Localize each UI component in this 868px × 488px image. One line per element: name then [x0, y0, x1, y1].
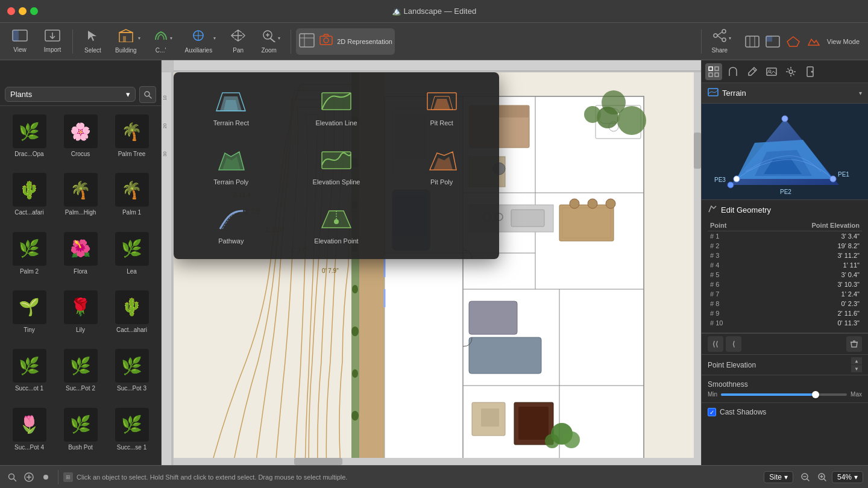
geometry-table-row[interactable]: # 10 0' 11.3"	[708, 318, 862, 328]
plant-item-tiny[interactable]: 🌱 Tiny	[5, 287, 54, 343]
canvas-area[interactable]: 10 20 30	[162, 60, 701, 465]
toolbar-building[interactable]: Building ▾	[110, 27, 145, 56]
geometry-table-row[interactable]: # 2 19' 8.2"	[708, 241, 862, 251]
geometry-table-row[interactable]: # 4 1' 11"	[708, 260, 862, 270]
terrain-dropdown-arrow[interactable]: ▾	[859, 90, 862, 96]
geometry-table-row[interactable]: # 5 3' 0.4"	[708, 270, 862, 280]
right-properties-btn[interactable]	[705, 63, 722, 80]
terrain-rect-tool[interactable]: Terrain Rect	[183, 82, 279, 131]
smoothness-slider[interactable]	[721, 393, 847, 396]
plant-item-crocus[interactable]: 🌸 Crocus	[56, 111, 105, 167]
pathway-tool[interactable]: Pathway	[183, 200, 279, 249]
point-elevation-value: 3' 3.4"	[752, 231, 862, 242]
minimize-button[interactable]	[19, 7, 27, 15]
right-sun-btn[interactable]	[782, 63, 799, 80]
geometry-table-row[interactable]: # 1 3' 3.4"	[708, 231, 862, 242]
scrollbar-thumb-v[interactable]	[694, 133, 701, 169]
fullscreen-button[interactable]	[30, 7, 38, 15]
pit-poly-tool[interactable]: Pit Poly	[394, 141, 489, 190]
geometry-table-row[interactable]: # 9 2' 11.6"	[708, 308, 862, 318]
toolbar-zoom[interactable]: Zoom ▾	[256, 27, 286, 56]
pit-poly-icon	[425, 146, 459, 175]
point-number: # 3	[708, 251, 752, 260]
plant-item-palm-tree[interactable]: 🌴 Palm Tree	[107, 111, 156, 167]
status-search-btn[interactable]	[5, 470, 19, 484]
point-elevation-stepper[interactable]: ▲ ▼	[851, 357, 862, 372]
toolbar-share[interactable]: Share ▾	[706, 27, 737, 56]
zoom-plus-btn[interactable]	[815, 470, 829, 484]
elevation-spline-tool[interactable]: Elevation Spline	[289, 141, 385, 190]
plant-item-succ-ot1[interactable]: 🌿 Succ...ot 1	[5, 345, 54, 401]
svg-rect-1	[13, 30, 19, 41]
nav-prev-prev-btn[interactable]: ⟨⟨	[708, 336, 723, 352]
smoothness-min-label: Min	[708, 391, 717, 398]
svg-text:20: 20	[162, 124, 168, 128]
status-plus-btn[interactable]	[22, 470, 36, 484]
zoom-label: Zoom	[261, 47, 277, 54]
canvas-scrollbar-v[interactable]	[694, 72, 701, 465]
status-left-icons	[5, 470, 53, 484]
step-up-btn[interactable]: ▲	[851, 357, 862, 364]
toolbar-view-mode-1[interactable]	[743, 33, 762, 50]
pathway-icon	[214, 205, 248, 234]
right-arch-btn[interactable]	[725, 63, 741, 80]
cast-shadows-row: ✓ Cast Shadows	[702, 402, 868, 421]
status-dot-btn[interactable]	[39, 470, 53, 484]
toolbar-import[interactable]: Import	[37, 27, 68, 55]
pit-rect-tool[interactable]: Pit Rect	[394, 82, 489, 131]
plants-search-button[interactable]	[139, 86, 156, 103]
plant-thumb-succ-se1: 🌿	[115, 408, 149, 442]
smoothness-thumb[interactable]	[812, 391, 819, 398]
toolbar-auxiliaries[interactable]: Auxiliaries ▾	[180, 27, 221, 56]
plant-item-palm1[interactable]: 🌴 Palm 1	[107, 169, 156, 225]
nav-prev-btn[interactable]: ⟨	[726, 336, 741, 352]
zoom-minus-btn[interactable]	[798, 470, 813, 484]
right-pen-btn[interactable]	[744, 63, 761, 80]
plant-item-suc-pot2[interactable]: 🌿 Suc...Pot 2	[56, 345, 105, 401]
plant-item-palm2[interactable]: 🌿 Palm 2	[5, 228, 54, 284]
plant-item-suc-pot3[interactable]: 🌿 Suc...Pot 3	[107, 345, 156, 401]
toolbar-pan[interactable]: Pan	[223, 27, 253, 56]
canvas-scrollbar-h[interactable]	[174, 458, 694, 465]
plant-item-cact-ahari[interactable]: 🌵 Cact...ahari	[107, 287, 156, 343]
toolbar-view-mode-4[interactable]	[804, 33, 823, 50]
close-button[interactable]	[7, 7, 15, 15]
toolbar-2d-rep[interactable]: 2D Representation	[296, 28, 395, 55]
step-down-btn[interactable]: ▼	[851, 365, 862, 372]
cast-shadows-checkbox[interactable]: ✓	[708, 408, 716, 416]
geometry-table-row[interactable]: # 3 3' 11.2"	[708, 251, 862, 260]
scrollbar-thumb-h[interactable]	[294, 458, 342, 465]
plant-item-flora[interactable]: 🌺 Flora	[56, 228, 105, 284]
right-gallery-btn[interactable]	[763, 63, 780, 80]
toolbar-view[interactable]: View	[5, 27, 35, 55]
status-site-selector[interactable]: Site ▾	[764, 471, 793, 483]
plant-item-lea[interactable]: 🌿 Lea	[107, 228, 156, 284]
point-number: # 7	[708, 289, 752, 299]
plant-item-lily[interactable]: 🌹 Lily	[56, 287, 105, 343]
canvas-content[interactable]: Terrain Rect Elevation Line	[174, 72, 701, 465]
toolbar-view-mode-3[interactable]	[784, 33, 803, 50]
toolbar-view-mode-2[interactable]	[763, 33, 782, 50]
plant-item-drac-opa[interactable]: 🌿 Drac...Opa	[5, 111, 54, 167]
zoom-level-selector[interactable]: 54% ▾	[832, 471, 863, 483]
toolbar-select[interactable]: Select	[78, 27, 108, 56]
right-door-btn[interactable]	[802, 63, 819, 80]
geometry-table-row[interactable]: # 8 0' 2.3"	[708, 299, 862, 308]
terrain-selector[interactable]: Terrain ▾	[702, 83, 868, 104]
plant-item-palm-high[interactable]: 🌴 Palm...High	[56, 169, 105, 225]
elevation-point-tool[interactable]: Elevation Point	[289, 200, 385, 249]
plant-item-suc-pot4[interactable]: 🌷 Suc...Pot 4	[5, 404, 54, 460]
geometry-table-row[interactable]: # 6 3' 10.3"	[708, 280, 862, 289]
elevation-line-tool[interactable]: Elevation Line	[289, 82, 385, 131]
terrain-poly-tool[interactable]: Terrain Poly	[183, 141, 279, 190]
svg-text:PE2: PE2	[780, 189, 791, 195]
toolbar-cat[interactable]: C...' ▾	[148, 27, 178, 56]
svg-line-181	[823, 478, 826, 481]
plants-dropdown[interactable]: Plants ▾	[5, 87, 136, 102]
plant-item-cact-afari[interactable]: 🌵 Cact...afari	[5, 169, 54, 225]
svg-point-15	[324, 38, 329, 43]
geometry-delete-btn[interactable]	[846, 336, 862, 352]
plant-item-bush-pot[interactable]: 🌿 Bush Pot	[56, 404, 105, 460]
plant-item-succ-se1[interactable]: 🌿 Succ...se 1	[107, 404, 156, 460]
geometry-table-row[interactable]: # 7 1' 2.4"	[708, 289, 862, 299]
